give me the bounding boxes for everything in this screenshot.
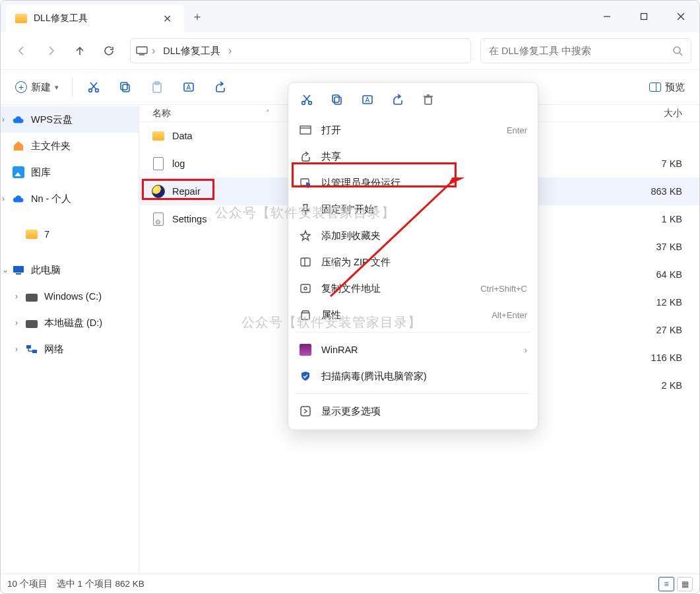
search-icon xyxy=(672,46,683,56)
address-bar[interactable]: › DLL修复工具 › xyxy=(130,38,471,63)
svg-rect-19 xyxy=(16,273,21,275)
breadcrumb-segment[interactable]: DLL修复工具 xyxy=(159,42,224,60)
file-icon xyxy=(151,350,166,365)
search-field[interactable] xyxy=(480,38,691,63)
ctx-item-label: 共享 xyxy=(321,150,527,163)
rename-button[interactable]: A xyxy=(175,75,202,99)
file-icon xyxy=(151,323,166,337)
chevron-down-icon: ⌄ xyxy=(2,265,9,275)
ctx-item-scan[interactable]: 扫描病毒(腾讯电脑管家) xyxy=(288,363,538,389)
ctx-item-admin[interactable]: 以管理员身份运行 xyxy=(288,170,538,196)
chevron-right-icon: › xyxy=(15,292,18,301)
separator xyxy=(295,393,531,394)
svg-rect-28 xyxy=(334,97,341,104)
sidebar-item[interactable]: ›Nn - 个人 xyxy=(1,185,139,212)
ctx-cut-button[interactable] xyxy=(298,90,316,109)
txt-icon xyxy=(151,156,166,171)
up-button[interactable] xyxy=(67,38,93,64)
ctx-copy-button[interactable] xyxy=(328,90,346,109)
separator xyxy=(295,332,531,333)
ctx-item-star[interactable]: 添加到收藏夹 xyxy=(288,222,538,249)
chevron-right-icon: › xyxy=(2,194,5,203)
refresh-button[interactable] xyxy=(96,38,122,64)
paste-button[interactable] xyxy=(144,75,170,99)
svg-point-42 xyxy=(304,287,307,290)
new-tab-button[interactable]: ＋ xyxy=(184,1,210,32)
more-icon xyxy=(299,405,312,417)
chevron-right-icon: › xyxy=(15,318,18,327)
ctx-delete-button[interactable] xyxy=(419,90,437,109)
file-size: 1 KB xyxy=(621,214,694,224)
svg-rect-12 xyxy=(123,84,129,92)
preview-button[interactable]: 预览 xyxy=(644,75,690,99)
svg-rect-41 xyxy=(301,284,310,292)
ctx-item-props[interactable]: 属性Alt+Enter xyxy=(288,302,538,328)
net-icon xyxy=(26,343,38,355)
sidebar-item[interactable]: ›WPS云盘 xyxy=(1,106,139,133)
exe-icon xyxy=(151,184,166,199)
open-icon xyxy=(299,125,312,135)
separator xyxy=(72,78,73,96)
back-button[interactable] xyxy=(9,38,35,64)
explorer-tab[interactable]: DLL修复工具 ✕ xyxy=(6,5,184,32)
sidebar-item[interactable]: 7 xyxy=(1,221,139,248)
svg-rect-21 xyxy=(32,350,37,353)
ini-icon xyxy=(151,212,166,226)
ctx-share-button[interactable] xyxy=(389,90,407,109)
ctx-item-copypath[interactable]: 复制文件地址Ctrl+Shift+C xyxy=(288,275,538,302)
search-input[interactable] xyxy=(489,46,672,56)
tab-close-button[interactable]: ✕ xyxy=(159,11,175,26)
ctx-item-open[interactable]: 打开Enter xyxy=(288,117,538,143)
share-button[interactable] xyxy=(207,75,234,99)
copy-button[interactable] xyxy=(112,75,139,99)
view-icons-button[interactable]: ▦ xyxy=(677,577,693,591)
new-button[interactable]: + 新建 ▾ xyxy=(10,75,64,99)
chevron-down-icon: ▾ xyxy=(55,83,59,92)
props-icon xyxy=(299,309,312,321)
ctx-item-label: 显示更多选项 xyxy=(321,405,527,418)
ctx-item-winrar[interactable]: WinRAR› xyxy=(288,337,538,363)
svg-rect-13 xyxy=(121,82,127,90)
folder-icon xyxy=(26,230,38,239)
svg-rect-35 xyxy=(300,126,311,134)
cut-button[interactable] xyxy=(80,75,107,99)
zip-icon xyxy=(299,257,312,267)
file-size: 37 KB xyxy=(621,242,694,252)
ctx-item-pin[interactable]: 固定到"开始" xyxy=(288,196,538,222)
star-icon xyxy=(299,230,312,242)
file-size: 7 KB xyxy=(621,158,694,169)
view-details-button[interactable]: ≡ xyxy=(658,577,674,591)
svg-rect-4 xyxy=(137,47,147,53)
svg-text:A: A xyxy=(187,84,191,91)
forward-button[interactable] xyxy=(38,38,64,64)
sidebar-item[interactable]: 主文件夹 xyxy=(1,133,139,159)
sidebar-item[interactable]: ⌄此电脑 xyxy=(1,257,139,283)
svg-text:A: A xyxy=(366,96,370,104)
maximize-button[interactable] xyxy=(625,1,662,32)
plus-icon: + xyxy=(15,81,27,93)
ctx-item-share[interactable]: 共享 xyxy=(288,143,538,170)
folder-icon xyxy=(15,14,27,23)
home-icon xyxy=(13,140,24,152)
svg-line-7 xyxy=(680,53,682,55)
ctx-item-zip[interactable]: 压缩为 ZIP 文件 xyxy=(288,249,538,275)
column-size-header[interactable]: 大小 xyxy=(621,108,694,119)
ctx-item-label: 属性 xyxy=(321,309,482,321)
sidebar-item[interactable]: ›本地磁盘 (D:) xyxy=(1,310,139,336)
file-size: 116 KB xyxy=(621,352,694,363)
minimize-button[interactable] xyxy=(589,1,625,32)
sidebar-item-label: 图库 xyxy=(31,166,51,179)
pc-icon xyxy=(136,45,148,57)
sidebar-item[interactable]: 图库 xyxy=(1,159,139,185)
file-icon xyxy=(151,240,166,254)
admin-icon xyxy=(299,177,312,189)
close-button[interactable] xyxy=(662,1,699,32)
ctx-rename-button[interactable]: A xyxy=(358,90,377,109)
ctx-item-label: 扫描病毒(腾讯电脑管家) xyxy=(321,370,527,383)
svg-line-27 xyxy=(303,95,309,102)
svg-point-6 xyxy=(674,47,680,53)
sidebar-item[interactable]: ›网络 xyxy=(1,336,139,362)
cloud-blue-icon xyxy=(13,114,24,125)
sidebar-item[interactable]: ›Windows (C:) xyxy=(1,283,139,310)
ctx-item-more[interactable]: 显示更多选项 xyxy=(288,398,538,424)
